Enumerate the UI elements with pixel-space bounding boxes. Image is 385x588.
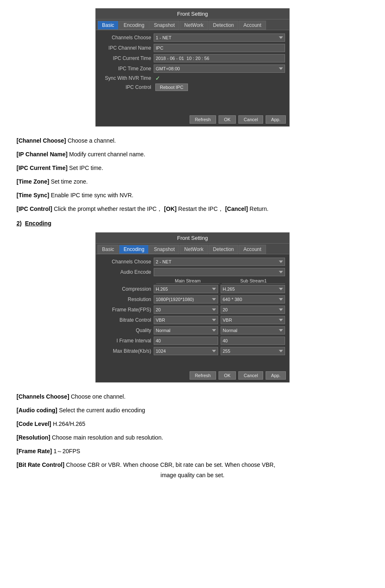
text-cancel-inline: Return. [250, 206, 269, 212]
doc-para-bit-rate-control: [Bit Rate Control] Choose CBR or VBR. Wh… [17, 461, 368, 469]
quality-sub-select[interactable]: Normal [221, 326, 285, 335]
reboot-ipc-button[interactable]: Reboot IPC [155, 84, 188, 91]
sync-nvr-time-label: Sync With NVR Time [100, 75, 154, 81]
channels-choose-label: Channels Choose [100, 35, 154, 41]
dialog1-container: Front Setting Basic Encoding Snapshot Ne… [17, 8, 368, 127]
label-channels-choose: [Channels Choose] [17, 393, 69, 400]
tab2-snapshot[interactable]: Snapshot [149, 245, 179, 254]
framerate-sub-select[interactable]: 20 [221, 306, 285, 314]
text-code-level: H.264/H.265 [53, 421, 86, 427]
doc-para-audio-coding: [Audio coding] Select the current audio … [17, 406, 368, 415]
sync-nvr-time-check[interactable]: ✓ [155, 75, 160, 81]
ok-button-2[interactable]: OK [219, 371, 236, 380]
doc-para-resolution: [Resolution] Choose main resolution and … [17, 433, 368, 442]
label-cancel-inline: [Cancel] [225, 206, 248, 212]
quality-main-select[interactable]: Normal [154, 326, 218, 335]
tab-snapshot[interactable]: Snapshot [149, 21, 179, 30]
resolution-sub-select[interactable]: 640 * 380 [221, 295, 285, 304]
doc-para-ipc-control: [IPC Control] Click the prompt whether r… [17, 205, 368, 213]
text-ipc-current-time: Set IPC time. [69, 165, 103, 171]
text-bit-rate-control: Choose CBR or VBR. When choose CBR, bit … [66, 461, 276, 468]
doc-para-code-level: [Code Level] H.264/H.265 [17, 420, 368, 428]
iframe-interval-sub-input[interactable] [221, 337, 285, 345]
app-button-2[interactable]: App. [266, 371, 286, 380]
encode-framerate-row: Frame Rate(FPS) 20 20 [100, 306, 285, 314]
channels-choose-row: Channels Choose 1 - NET [100, 33, 285, 42]
encode-bitrate-control-row: Bitrate Control VBR VBR [100, 316, 285, 324]
encode-resolution-row: Resolution 1080P(1920*1080) 640 * 380 [100, 295, 285, 304]
tab2-encoding[interactable]: Encoding [119, 245, 149, 254]
encode-framerate-label: Frame Rate(FPS) [100, 307, 154, 313]
doc-para-time-zone: [Time Zone] Set time zone. [17, 177, 368, 186]
label-time-zone: [Time Zone] [17, 178, 49, 185]
label-channel-choose: [Channel Choose] [17, 137, 66, 144]
doc-section-1: [Channel Choose] Choose a channel. [IP C… [17, 136, 368, 213]
refresh-button-2[interactable]: Refresh [190, 371, 216, 380]
max-bitrate-sub-select[interactable]: 255 [221, 347, 285, 355]
encode-bitrate-control-label: Bitrate Control [100, 317, 154, 323]
framerate-main-select[interactable]: 20 [154, 306, 218, 314]
dialog2-container: Front Setting Basic Encoding Snapshot Ne… [17, 232, 368, 382]
dialog2-tabs: Basic Encoding Snapshot NetWork Detectio… [96, 244, 289, 254]
cancel-button-1[interactable]: Cancel [238, 115, 263, 124]
ipc-current-time-input[interactable] [154, 54, 285, 62]
dialog1-title: Front Setting [96, 9, 289, 19]
tab2-account[interactable]: Account [239, 245, 266, 254]
doc-para-ipc-current-time: [IPC Current Time] Set IPC time. [17, 164, 368, 172]
text-frame-rate: 1～20FPS [53, 448, 80, 454]
ipc-time-zone-select[interactable]: GMT+08:00 [154, 65, 285, 73]
audio-encode-select[interactable] [154, 268, 285, 276]
label-code-level: [Code Level] [17, 421, 51, 427]
compression-main-select[interactable]: H.265 [154, 285, 218, 293]
tab-detection[interactable]: Detection [209, 21, 239, 30]
encode-channels-choose-select[interactable]: 2 - NET [154, 258, 285, 266]
doc-para-channel-choose: [Channel Choose] Choose a channel. [17, 136, 368, 145]
text-audio-coding: Select the current audio encoding [59, 407, 145, 414]
app-button-1[interactable]: App. [266, 115, 286, 124]
dialog1-tabs: Basic Encoding Snapshot NetWork Detectio… [96, 19, 289, 30]
text-bit-rate-control-cont: image quality can be set. [161, 472, 225, 478]
tab-encoding[interactable]: Encoding [119, 21, 149, 30]
tab-network[interactable]: NetWork [180, 21, 208, 30]
dialog2-body: Channels Choose 2 - NET Audio Encode Mai… [96, 254, 289, 369]
tab2-basic[interactable]: Basic [97, 245, 119, 254]
section-2-num: 2) [17, 220, 21, 227]
doc-para-frame-rate: [Frame Rate] 1～20FPS [17, 447, 368, 456]
text-ok-inline: Restart the IPC， [178, 206, 223, 212]
sync-nvr-time-row: Sync With NVR Time ✓ [100, 75, 285, 81]
doc-para-ip-channel-name: [IP Channel Name] Modify current channel… [17, 150, 368, 159]
section-2-heading: 2) Encoding [17, 220, 368, 227]
tab2-detection[interactable]: Detection [209, 245, 239, 254]
encode-max-bitrate-label: Max Bitrate(Kb/s) [100, 348, 154, 354]
dialog1-body: Channels Choose 1 - NET IPC Channel Name… [96, 30, 289, 113]
channels-choose-select[interactable]: 1 - NET [154, 33, 285, 42]
label-frame-rate: [Frame Rate] [17, 448, 52, 454]
tab-account[interactable]: Account [239, 21, 266, 30]
tab-basic[interactable]: Basic [97, 21, 119, 30]
encode-compression-row: Compression H.265 H.265 [100, 285, 285, 293]
tab2-network[interactable]: NetWork [180, 245, 208, 254]
encode-resolution-label: Resolution [100, 296, 154, 302]
label-audio-coding: [Audio coding] [17, 407, 57, 414]
label-ipc-control: [IPC Control] [17, 206, 52, 212]
ok-button-1[interactable]: OK [219, 115, 236, 124]
bitrate-control-sub-select[interactable]: VBR [221, 316, 285, 324]
cancel-button-2[interactable]: Cancel [238, 371, 263, 380]
stream-headers: Main Stream Sub Stream1 [156, 278, 285, 284]
dialog1-footer: Refresh OK Cancel App. [96, 113, 289, 126]
resolution-main-select[interactable]: 1080P(1920*1080) [154, 295, 218, 304]
max-bitrate-main-select[interactable]: 1024 [154, 347, 218, 355]
refresh-button-1[interactable]: Refresh [190, 115, 216, 124]
bitrate-control-main-select[interactable]: VBR [154, 316, 218, 324]
doc-para-time-sync: [Time Sync] Enable IPC time sync with NV… [17, 191, 368, 200]
encode-quality-row: Quality Normal Normal [100, 326, 285, 335]
dialog1: Front Setting Basic Encoding Snapshot Ne… [95, 8, 290, 127]
iframe-interval-main-input[interactable] [154, 337, 218, 345]
encode-quality-label: Quality [100, 327, 154, 333]
encode-channels-choose-row: Channels Choose 2 - NET [100, 258, 285, 266]
label-ip-channel-name: [IP Channel Name] [17, 151, 67, 158]
compression-sub-select[interactable]: H.265 [221, 285, 285, 293]
ipc-channel-name-input[interactable] [154, 44, 285, 52]
dialog2: Front Setting Basic Encoding Snapshot Ne… [95, 232, 290, 382]
doc-section-2: [Channels Choose] Choose one channel. [A… [17, 392, 368, 480]
